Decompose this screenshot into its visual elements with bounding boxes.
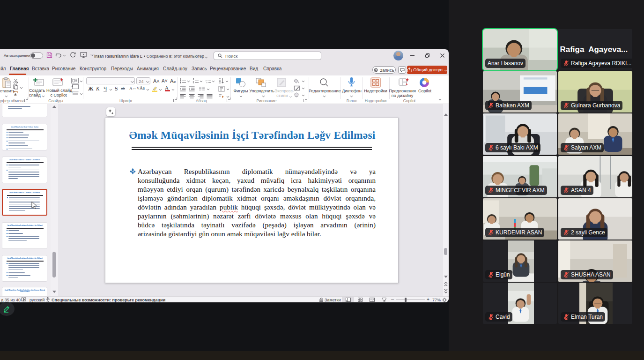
- smartart-dropdown-icon[interactable]: [226, 95, 229, 97]
- dictate-label[interactable]: Диктофон: [341, 89, 362, 94]
- font-size-combo[interactable]: 24: [136, 77, 150, 84]
- underline-dropdown-icon[interactable]: [109, 88, 112, 90]
- reset-slide-icon[interactable]: [71, 84, 79, 90]
- format-painter-icon[interactable]: [13, 91, 18, 96]
- start-slideshow-icon[interactable]: [80, 52, 87, 58]
- comments-button[interactable]: [398, 66, 406, 74]
- direction-dropdown-icon[interactable]: [226, 88, 229, 90]
- tab-анимация[interactable]: Анимация: [137, 66, 159, 71]
- copilot-slide-label[interactable]: Новый слайдс Copilot: [46, 89, 71, 98]
- dictate-dropdown-icon[interactable]: [350, 95, 353, 97]
- tab-запись[interactable]: Запись: [192, 66, 207, 71]
- slide-counter[interactable]: д 35 из 40: [1, 298, 21, 302]
- zoom-slider-track[interactable]: [396, 300, 425, 300]
- record-button[interactable]: Запись: [372, 66, 396, 74]
- video-tile-kurdemir-asan[interactable]: KURDEMIR ASAN: [483, 198, 557, 240]
- cut-icon[interactable]: [13, 78, 18, 83]
- slide-thumbnail-7[interactable]: Əmək Müqaviləsinə Tərəflərin İradəsindən…: [2, 287, 47, 296]
- paragraph-dialog-launcher[interactable]: [227, 99, 230, 102]
- new-slide-icon[interactable]: [33, 77, 44, 88]
- decrease-font-icon[interactable]: A˅: [162, 78, 168, 83]
- notes-button[interactable]: Заметки: [325, 298, 341, 302]
- columns-dropdown-icon[interactable]: [207, 88, 210, 90]
- previous-slide-icon[interactable]: [444, 281, 448, 287]
- tab-вид[interactable]: Вид: [250, 66, 258, 71]
- tab-переходы[interactable]: Переходы: [111, 66, 133, 71]
- save-icon[interactable]: [46, 52, 52, 58]
- tab-главная[interactable]: Главная: [10, 66, 29, 71]
- shape-outline-icon[interactable]: [294, 85, 300, 91]
- addins-label[interactable]: Надстройки: [363, 89, 388, 94]
- video-tile-shusha-asan[interactable]: SHUSHA ASAN: [558, 240, 632, 282]
- accessibility-icon[interactable]: [45, 297, 50, 302]
- quick-styles-label[interactable]: Экспресс-стили: [274, 89, 294, 98]
- thumbnail-scrollbar[interactable]: [51, 104, 58, 296]
- editor-scroll-thumb[interactable]: [444, 248, 447, 255]
- tab-рисование[interactable]: Рисование: [52, 66, 75, 71]
- search-input[interactable]: Поиск: [214, 52, 321, 60]
- increase-font-icon[interactable]: A˄: [153, 78, 160, 84]
- copy-dropdown-icon[interactable]: [20, 86, 23, 88]
- video-tile-anar-hasanov[interactable]: Anar Hasanov: [483, 29, 557, 70]
- arrange-label[interactable]: Упорядочить: [249, 89, 274, 94]
- maximize-button[interactable]: [423, 52, 431, 60]
- shapes-label[interactable]: Фигуры: [231, 89, 250, 94]
- subscript-button[interactable]: ab: [121, 86, 125, 90]
- slide-thumbnail-4[interactable]: Əmək Müqaviləsinin İşçi Tərəfindən Ləğv …: [2, 189, 47, 216]
- video-tile-salyan-axm[interactable]: Salyan AXM: [558, 113, 632, 155]
- designer-label[interactable]: Предложенияпо дизайну: [388, 89, 416, 98]
- font-dialog-launcher[interactable]: [173, 99, 177, 102]
- tab-вставка[interactable]: Вставка: [32, 66, 49, 71]
- minimize-button[interactable]: [408, 52, 416, 60]
- shape-effects-icon[interactable]: [294, 92, 300, 98]
- fit-to-window-icon[interactable]: [442, 298, 447, 302]
- arrange-icon[interactable]: [256, 78, 266, 88]
- video-tile-asan-4[interactable]: ASAN 4: [558, 156, 632, 197]
- smartart-icon[interactable]: [218, 94, 225, 99]
- video-tile-6-sayl-bak-axm[interactable]: 6 saylı Bakı AXM: [483, 113, 557, 155]
- thumb-scroll-down-icon[interactable]: [52, 291, 56, 293]
- normal-view-icon[interactable]: [346, 298, 351, 302]
- undo-dropdown-icon[interactable]: [63, 54, 66, 56]
- arrange-dropdown-icon[interactable]: [262, 95, 265, 97]
- collapse-ribbon-icon[interactable]: [438, 98, 442, 100]
- tab-справка[interactable]: Справка: [263, 66, 281, 71]
- layout-dropdown-icon[interactable]: [80, 80, 83, 82]
- copilot-label[interactable]: Copilot: [417, 89, 433, 94]
- font-color-icon[interactable]: A: [165, 85, 170, 91]
- section-dropdown-icon[interactable]: [80, 92, 83, 94]
- outline-dropdown-icon[interactable]: [302, 87, 305, 89]
- slide-canvas[interactable]: Əmək Müqaviləsinin İşçi Tərəfindən Ləğv …: [105, 118, 399, 283]
- copilot-icon[interactable]: [419, 77, 429, 88]
- clipboard-dialog-launcher[interactable]: [24, 99, 28, 102]
- close-button[interactable]: [438, 52, 446, 60]
- shapes-dropdown-icon[interactable]: [239, 95, 243, 97]
- editor-scrollbar[interactable]: [443, 104, 449, 296]
- shape-fill-icon[interactable]: [294, 78, 300, 84]
- zoom-in-button[interactable]: +: [427, 297, 429, 302]
- case-dropdown-icon[interactable]: [146, 88, 149, 90]
- zoom-slider-thumb[interactable]: [405, 298, 407, 302]
- slide-thumbnail-1[interactable]: [2, 104, 47, 117]
- multilevel-dropdown-icon[interactable]: [212, 80, 215, 82]
- tab-конструктор[interactable]: Конструктор: [80, 66, 106, 71]
- user-avatar[interactable]: [393, 51, 403, 60]
- align-center-icon[interactable]: [189, 94, 195, 98]
- next-slide-icon[interactable]: [444, 288, 448, 294]
- video-tile-2-sayli-gence[interactable]: 2 sayli Gence: [558, 198, 632, 240]
- fill-dropdown-icon[interactable]: [302, 80, 305, 82]
- change-case-button[interactable]: Aa: [140, 86, 145, 90]
- editing-dropdown-icon[interactable]: [323, 95, 326, 97]
- paste-label[interactable]: ставить: [0, 89, 14, 94]
- thumbnail-scroll-thumb[interactable]: [52, 252, 56, 278]
- slideshow-view-icon[interactable]: [382, 298, 387, 302]
- video-tile-mingecevir-axm[interactable]: MINGECEVIR AXM: [483, 156, 557, 197]
- dictate-icon[interactable]: [348, 77, 355, 88]
- bold-button[interactable]: Ж: [88, 86, 93, 91]
- designer-sparkle-button[interactable]: [106, 107, 115, 116]
- editing-icon[interactable]: [319, 78, 329, 87]
- accessibility-status[interactable]: Специальные возможности: проверьте реком…: [52, 298, 165, 302]
- slide-layout-icon[interactable]: [71, 78, 79, 83]
- saved-dropdown-icon[interactable]: [205, 56, 208, 58]
- strikethrough-button[interactable]: S: [115, 86, 118, 91]
